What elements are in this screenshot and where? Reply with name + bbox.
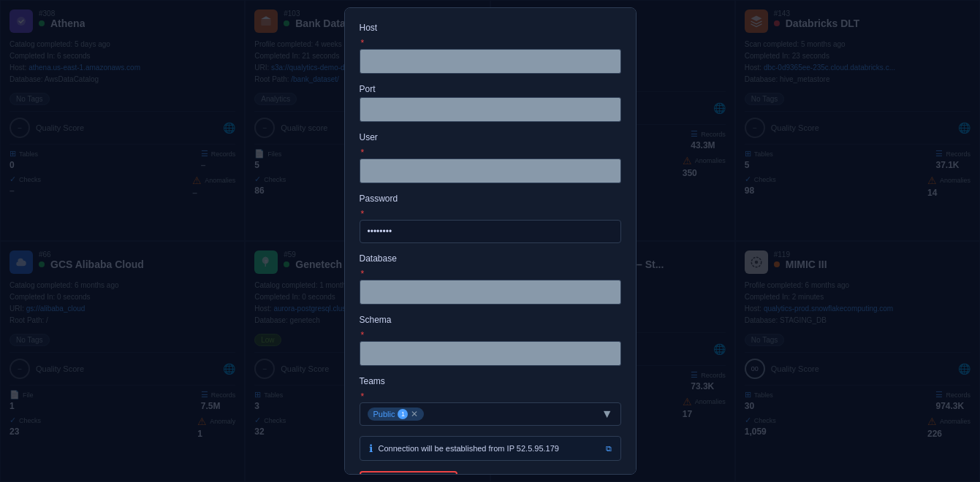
database-label: Database <box>360 253 621 264</box>
port-label: Port <box>360 84 621 94</box>
database-input[interactable] <box>360 280 621 305</box>
schema-input[interactable] <box>360 341 621 366</box>
form-group-schema: Schema* <box>360 315 621 366</box>
form-group-teams: Teams* Public 1 ✕ ▼ <box>360 376 621 426</box>
modal-connection: Host* Port User* Password* Database* Sch… <box>344 7 637 475</box>
schema-label: Schema <box>360 315 621 325</box>
team-tag-public: Public 1 ✕ <box>368 408 425 421</box>
host-label: Host <box>360 23 621 33</box>
form-group-password: Password* <box>360 194 621 243</box>
form-group-user: User* <box>360 132 621 183</box>
ip-info-row: ℹ Connection will be established from IP… <box>360 436 621 461</box>
user-label: User <box>360 132 621 142</box>
info-icon: ℹ <box>369 443 373 454</box>
teams-label: Teams <box>360 376 621 386</box>
teams-input-row[interactable]: Public 1 ✕ ▼ <box>360 402 621 426</box>
password-input[interactable] <box>360 220 621 243</box>
test-connection-container: ➡ Test connection <box>360 471 621 475</box>
user-input[interactable] <box>360 158 621 183</box>
form-group-host: Host* <box>360 23 621 74</box>
team-remove-btn[interactable]: ✕ <box>411 409 418 419</box>
team-count-badge: 1 <box>398 409 408 419</box>
teams-dropdown-arrow[interactable]: ▼ <box>601 408 613 421</box>
copy-icon[interactable]: ⧉ <box>606 444 612 454</box>
form-group-port: Port <box>360 84 621 122</box>
port-input[interactable] <box>360 97 621 122</box>
modal-overlay: Host* Port User* Password* Database* Sch… <box>0 0 980 482</box>
ip-info-text: Connection will be established from IP 5… <box>379 444 559 453</box>
form-group-database: Database* <box>360 253 621 305</box>
password-label: Password <box>360 194 621 204</box>
test-connection-button[interactable]: Test connection <box>360 471 458 475</box>
host-input[interactable] <box>360 49 621 74</box>
